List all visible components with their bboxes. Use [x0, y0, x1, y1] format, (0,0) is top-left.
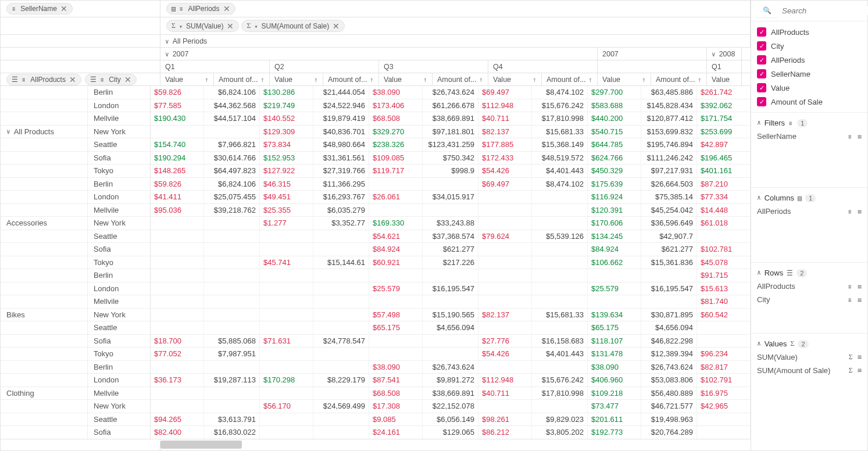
section-head-values[interactable]: Values 2	[757, 337, 862, 350]
colhead-q4[interactable]: Q4	[488, 60, 598, 73]
chip-city[interactable]: City ✕	[85, 74, 137, 85]
sort-asc-icon[interactable]	[533, 76, 537, 84]
row-city[interactable]: Mellvile	[88, 112, 150, 125]
chevron-down-icon[interactable]	[757, 269, 761, 277]
row-category[interactable]	[1, 191, 88, 203]
row-city[interactable]: Berlin	[88, 269, 150, 282]
row-category[interactable]	[1, 321, 88, 334]
sigma-icon[interactable]	[849, 353, 853, 361]
close-icon[interactable]: ✕	[227, 22, 234, 30]
close-icon[interactable]: ✕	[60, 5, 67, 13]
sort-asc-icon[interactable]	[260, 76, 265, 84]
section-item[interactable]: SUM(Value)	[757, 350, 862, 364]
filter-icon[interactable]	[848, 133, 853, 141]
row-category[interactable]	[1, 178, 88, 191]
colhead-q2[interactable]: Q2	[270, 60, 379, 73]
search-input[interactable]	[782, 6, 868, 15]
section-head-rows[interactable]: Rows 2	[757, 266, 862, 280]
colhead-measure[interactable]: Value	[160, 73, 214, 85]
row-city[interactable]: New York	[88, 126, 150, 138]
chevron-down-icon[interactable]	[179, 22, 183, 30]
row-city[interactable]: New York	[88, 309, 150, 321]
colhead-q3[interactable]: Q3	[379, 60, 488, 73]
row-city[interactable]: Sofia	[88, 152, 150, 164]
chip-allproducts[interactable]: AllProducts ✕	[6, 74, 81, 85]
sort-asc-icon[interactable]	[698, 76, 702, 84]
field-checkbox[interactable]: Value	[757, 81, 862, 95]
field-checkbox[interactable]: AllPeriods	[757, 53, 862, 67]
dropzone-values[interactable]: SUM(Value) ✕ SUM(Amount of Sale) ✕	[160, 17, 751, 34]
row-city[interactable]: Seattle	[88, 321, 150, 334]
sort-asc-icon[interactable]	[588, 76, 592, 84]
row-city[interactable]: Berlin	[88, 86, 150, 99]
menu-icon[interactable]	[858, 366, 862, 375]
section-item[interactable]: City	[757, 293, 862, 306]
field-checkbox[interactable]: Amount of Sale	[757, 95, 862, 109]
section-item[interactable]: SellerName	[757, 130, 862, 143]
chevron-down-icon[interactable]	[165, 50, 169, 58]
chevron-down-icon[interactable]	[757, 340, 761, 348]
dropzone-filters[interactable]: SellerName ✕	[1, 1, 160, 17]
row-city[interactable]: London	[88, 282, 150, 295]
row-city[interactable]: London	[88, 374, 150, 386]
filter-icon[interactable]	[848, 207, 853, 216]
colhead-measure[interactable]: Value	[598, 73, 651, 85]
chip-allperiods[interactable]: AllPeriods ✕	[166, 3, 235, 15]
row-city[interactable]: Seattle	[88, 138, 150, 151]
row-city[interactable]: London	[88, 191, 150, 203]
row-category[interactable]	[1, 204, 88, 217]
sigma-icon[interactable]	[849, 366, 853, 375]
menu-icon[interactable]	[858, 353, 862, 361]
colhead-2008-q1[interactable]: Q1	[707, 60, 742, 73]
row-category[interactable]	[1, 400, 88, 413]
row-city[interactable]: Mellvile	[88, 204, 150, 217]
row-category[interactable]	[1, 282, 88, 295]
section-item[interactable]: AllProducts	[757, 280, 862, 293]
row-city[interactable]: Seattle	[88, 230, 150, 243]
field-checkbox[interactable]: AllProducts	[757, 25, 862, 39]
checkbox-icon[interactable]	[757, 69, 766, 78]
row-category[interactable]	[1, 99, 88, 112]
row-city[interactable]: New York	[88, 217, 150, 230]
chevron-down-icon[interactable]	[165, 37, 169, 45]
row-city[interactable]: Sofia	[88, 335, 150, 348]
row-city[interactable]: Berlin	[88, 178, 150, 191]
row-city[interactable]: Mellvile	[88, 387, 150, 400]
checkbox-icon[interactable]	[757, 27, 766, 37]
menu-icon[interactable]	[858, 207, 862, 216]
row-category[interactable]	[1, 269, 88, 282]
row-category[interactable]	[1, 256, 88, 269]
chevron-down-icon[interactable]	[254, 22, 258, 30]
row-city[interactable]: Mellvile	[88, 295, 150, 308]
row-category[interactable]: Clothing	[1, 387, 88, 400]
chevron-down-icon[interactable]	[757, 194, 761, 202]
filter-icon[interactable]	[848, 282, 853, 291]
checkbox-icon[interactable]	[757, 41, 766, 51]
filter-icon[interactable]	[848, 296, 853, 304]
colhead-2007-total[interactable]: 2007	[598, 48, 707, 60]
row-category[interactable]	[1, 426, 88, 439]
chip-sum-value[interactable]: SUM(Value) ✕	[166, 20, 239, 32]
menu-icon[interactable]	[858, 282, 862, 291]
sort-asc-icon[interactable]	[370, 76, 374, 84]
row-category[interactable]	[1, 230, 88, 243]
hscroll-thumb[interactable]	[160, 441, 242, 449]
colhead-measure[interactable]: Amount of...	[214, 73, 270, 85]
row-city[interactable]: London	[88, 99, 150, 112]
close-icon[interactable]: ✕	[69, 76, 76, 84]
colhead-allperiods-cell[interactable]: All Periods	[160, 35, 751, 47]
row-city[interactable]: Sofia	[88, 243, 150, 256]
section-item[interactable]: AllPeriods	[757, 205, 862, 218]
colhead-measure[interactable]: Value	[488, 73, 542, 85]
colhead-measure[interactable]: Value	[379, 73, 433, 85]
row-city[interactable]: New York	[88, 400, 150, 413]
row-category[interactable]	[1, 86, 88, 99]
row-category[interactable]	[1, 374, 88, 386]
row-category[interactable]	[1, 413, 88, 426]
row-category[interactable]	[1, 138, 88, 151]
colhead-measure[interactable]: Value	[707, 73, 742, 85]
sort-asc-icon[interactable]	[205, 76, 209, 84]
colhead-measure[interactable]: Value	[270, 73, 323, 85]
menu-icon[interactable]	[858, 133, 862, 141]
chevron-down-icon[interactable]	[6, 127, 10, 135]
